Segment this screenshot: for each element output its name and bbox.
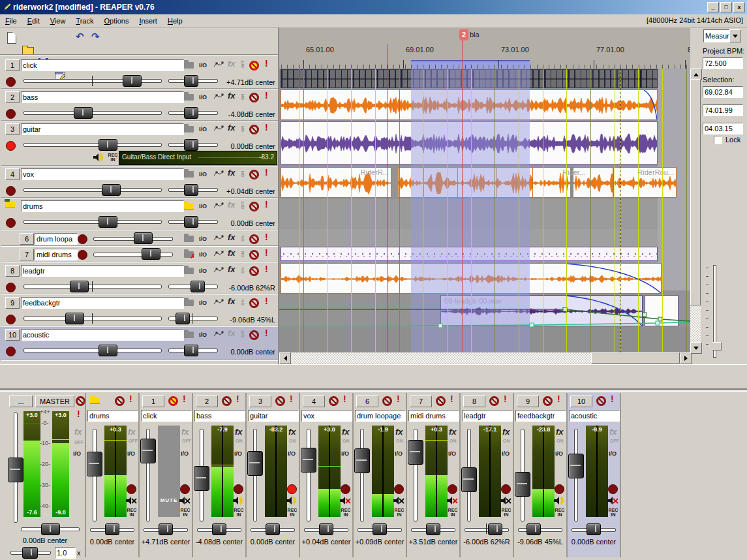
track-alert-icon[interactable]: ! xyxy=(265,247,268,258)
mute-icon[interactable] xyxy=(382,396,392,406)
strip-alert-icon[interactable]: ! xyxy=(343,394,346,404)
strip-alert-icon[interactable]: ! xyxy=(183,394,186,404)
volume-slider-thumb[interactable] xyxy=(142,248,160,260)
track-number[interactable]: 4 xyxy=(5,168,20,180)
minimize-button[interactable]: _ xyxy=(707,2,719,12)
io-button[interactable]: I/O xyxy=(199,332,207,338)
volume-slider-thumb[interactable] xyxy=(102,184,121,196)
track-alert-icon[interactable]: ! xyxy=(265,167,268,178)
strip-fx-button[interactable]: fx xyxy=(288,427,296,437)
timebase-dropdown[interactable]: Measures xyxy=(703,29,741,42)
strip-alert-icon[interactable]: ! xyxy=(450,394,453,404)
volume-slider[interactable] xyxy=(23,111,162,115)
audio-item-vox-1[interactable]: RiderR... xyxy=(281,167,391,198)
strip-fader-thumb[interactable] xyxy=(354,448,370,473)
strip-alert-icon[interactable]: ! xyxy=(504,394,507,404)
mute-icon[interactable] xyxy=(596,396,606,406)
strip-number[interactable]: 6 xyxy=(356,396,378,407)
strip-alert-icon[interactable]: ! xyxy=(557,394,560,404)
chevron-down-icon[interactable] xyxy=(729,29,741,42)
mute-icon[interactable] xyxy=(489,396,499,406)
strip-fx-button[interactable]: fx xyxy=(342,427,350,437)
volume-slider-thumb[interactable] xyxy=(99,139,117,151)
volume-slider-thumb[interactable] xyxy=(123,75,142,87)
folder-icon[interactable] xyxy=(184,332,194,338)
fx-button[interactable]: fx xyxy=(228,232,236,242)
volume-slider[interactable] xyxy=(23,188,162,192)
strip-fader[interactable] xyxy=(360,429,364,521)
mute-icon[interactable] xyxy=(249,61,259,70)
volume-slider-thumb[interactable] xyxy=(134,232,153,244)
track-alert-icon[interactable]: ! xyxy=(265,232,268,242)
volume-slider[interactable] xyxy=(23,220,162,224)
strip-fx-button[interactable]: fx xyxy=(556,427,564,437)
mute-icon[interactable] xyxy=(249,250,259,260)
mute-icon[interactable] xyxy=(168,396,178,406)
track-name-input[interactable] xyxy=(21,91,184,103)
folder-icon[interactable] xyxy=(184,94,194,101)
io-button[interactable]: I/O xyxy=(199,62,207,69)
mute-icon[interactable] xyxy=(249,125,259,134)
fx-button[interactable]: fx xyxy=(228,59,236,69)
vertical-zoom-thumb[interactable] xyxy=(709,342,722,350)
strip-fader-thumb[interactable] xyxy=(194,466,209,491)
strip-monitor-icon[interactable] xyxy=(286,496,297,505)
strip-record-arm[interactable] xyxy=(234,484,243,494)
strip-monitor-icon[interactable] xyxy=(179,496,191,505)
volume-slider-thumb[interactable] xyxy=(74,107,93,119)
master-label[interactable]: MASTER xyxy=(35,396,74,407)
io-button[interactable]: I/O xyxy=(199,251,207,258)
strip-fader-thumb[interactable] xyxy=(247,451,263,476)
strip-monitor-icon[interactable] xyxy=(232,496,244,505)
strip-fx-button[interactable]: fx xyxy=(609,427,617,437)
arrange-horizontal-scrollbar[interactable] xyxy=(279,352,690,364)
master-fx-button[interactable]: fx xyxy=(74,427,82,437)
strip-monitor-icon[interactable] xyxy=(553,496,565,505)
mute-icon[interactable] xyxy=(249,234,259,244)
mute-icon[interactable] xyxy=(249,330,259,340)
close-button[interactable]: x xyxy=(733,2,745,12)
mute-icon[interactable] xyxy=(249,298,259,308)
strip-name-input[interactable] xyxy=(515,410,566,422)
track-number[interactable]: 9 xyxy=(5,297,20,309)
strip-monitor-icon[interactable] xyxy=(607,496,618,505)
vertical-scroll-thumb[interactable] xyxy=(690,79,701,305)
strip-fader-thumb[interactable] xyxy=(515,472,530,497)
record-arm-button[interactable] xyxy=(6,315,16,324)
track-alert-icon[interactable]: ! xyxy=(265,58,268,69)
track-alert-icon[interactable]: ! xyxy=(265,296,268,306)
strip-record-arm[interactable] xyxy=(127,484,136,494)
arrange-vertical-scrollbar[interactable] xyxy=(690,69,701,352)
strip-io-button[interactable]: I/O xyxy=(555,450,563,457)
strip-fx-button[interactable]: fx xyxy=(235,427,243,437)
volume-slider[interactable] xyxy=(23,349,162,352)
folder-icon[interactable] xyxy=(184,126,194,132)
strip-io-button[interactable]: I/O xyxy=(395,450,403,457)
monitor-speaker-icon[interactable] xyxy=(93,153,104,164)
track-name-input[interactable] xyxy=(21,123,184,135)
scroll-right-button[interactable] xyxy=(680,352,692,364)
folder-icon[interactable] xyxy=(184,203,194,210)
strip-monitor-icon[interactable] xyxy=(393,496,404,505)
strip-number[interactable]: 1 xyxy=(142,396,164,407)
strip-fx-button[interactable]: fx xyxy=(395,427,403,437)
mute-icon[interactable] xyxy=(329,396,339,406)
strip-alert-icon[interactable]: ! xyxy=(611,394,614,404)
io-button[interactable]: I/O xyxy=(199,300,207,306)
track-name-input[interactable] xyxy=(21,168,184,180)
strip-name-input[interactable] xyxy=(408,410,459,422)
selection-end-field[interactable] xyxy=(703,104,743,116)
strip-pan-thumb[interactable] xyxy=(426,523,440,535)
strip-number[interactable]: 10 xyxy=(570,396,592,407)
strip-name-input[interactable] xyxy=(355,410,406,422)
strip-record-arm[interactable] xyxy=(608,484,618,494)
mute-icon[interactable] xyxy=(249,170,259,179)
track-number[interactable]: 1 xyxy=(5,59,20,71)
strip-fx-button[interactable]: fx xyxy=(502,427,510,437)
strip-record-arm[interactable] xyxy=(448,484,457,494)
record-arm-button[interactable] xyxy=(6,77,16,87)
record-arm-button[interactable] xyxy=(6,141,16,151)
strip-number[interactable]: 7 xyxy=(410,396,432,407)
menu-file[interactable]: File xyxy=(0,16,22,26)
track-name-input[interactable] xyxy=(35,249,78,260)
